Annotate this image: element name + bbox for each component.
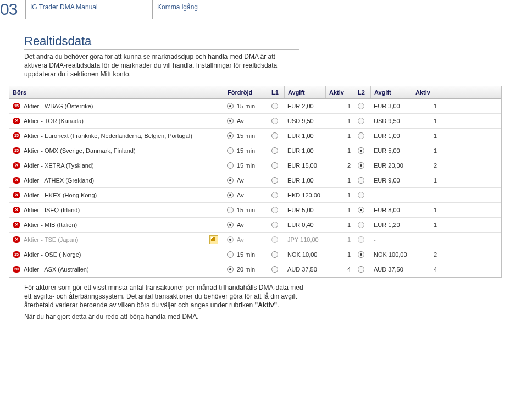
delay-radio[interactable] [227, 162, 234, 169]
table-header: Börs Fördröjd L1 Avgift Aktiv L2 Avgift … [9, 86, 501, 99]
delay-radio[interactable] [227, 192, 234, 198]
cell-fee2: EUR 1,20 [370, 218, 412, 232]
section-name: Komma igång [152, 0, 208, 19]
l1-radio[interactable] [271, 207, 278, 213]
delay-value: 15 min [237, 147, 255, 154]
delay-value: 15 min [237, 103, 255, 109]
cell-fee1: EUR 1,00 [284, 173, 325, 187]
table-row: ✕Aktier - XETRA (Tyskland)15 minEUR 15,0… [9, 158, 501, 173]
cell-fee1: EUR 2,00 [284, 99, 325, 113]
cell-l1 [268, 114, 284, 128]
l2-radio[interactable] [358, 177, 364, 184]
delay-radio[interactable] [227, 103, 234, 109]
cell-fee2: - [370, 188, 412, 202]
badge-off-icon: ✕ [13, 236, 20, 243]
delay-radio[interactable] [227, 236, 234, 243]
cell-aktiv2: 1 [412, 143, 440, 158]
col-delay: Fördröjd [224, 86, 268, 98]
cell-aktiv2: 1 [412, 218, 440, 232]
cell-delay: Av [224, 233, 268, 247]
l2-radio[interactable] [358, 103, 364, 109]
cell-l2 [354, 99, 370, 113]
cell-aktiv1: 1 [325, 203, 354, 217]
col-l2: L2 [354, 86, 370, 98]
delay-radio[interactable] [227, 222, 234, 228]
content: Realtidsdata Det andra du behöver göra f… [0, 19, 527, 320]
cell-fee1: EUR 1,00 [284, 143, 325, 158]
l1-radio[interactable] [271, 236, 278, 243]
l1-radio[interactable] [271, 162, 278, 169]
delay-radio[interactable] [227, 177, 234, 184]
section-title: Realtidsdata [24, 34, 299, 50]
delay-value: 15 min [237, 132, 255, 139]
cell-aktiv1: 1 [325, 233, 354, 247]
col-l1: L1 [268, 86, 284, 98]
badge-off-icon: ✕ [13, 222, 20, 228]
exchange-name: Aktier - TOR (Kanada) [24, 118, 84, 124]
l2-radio[interactable] [358, 251, 364, 258]
cell-delay: 15 min [224, 158, 268, 173]
l1-radio[interactable] [271, 118, 278, 124]
exchange-name: Aktier - ATHEX (Grekland) [24, 177, 94, 184]
cell-l2 [354, 247, 370, 262]
col-fee1: Avgift [284, 86, 325, 98]
cell-bors: ✕Aktier - ISEQ (Irland) [9, 203, 224, 217]
l2-radio[interactable] [358, 236, 364, 243]
cell-fee2: NOK 100,00 [370, 247, 412, 262]
l2-radio[interactable] [358, 192, 364, 198]
cell-l2 [354, 188, 370, 202]
cell-l2 [354, 143, 370, 158]
cell-bors: ✕Aktier - MIB (Italien) [9, 218, 224, 232]
l1-radio[interactable] [271, 192, 278, 198]
col-fee2: Avgift [370, 86, 412, 98]
exchange-name: Aktier - WBAG (Österrike) [24, 103, 93, 109]
delay-value: Av [237, 118, 244, 124]
l1-radio[interactable] [271, 222, 278, 228]
l1-radio[interactable] [271, 177, 278, 184]
delay-radio[interactable] [227, 118, 234, 124]
l2-radio[interactable] [358, 132, 364, 139]
aktiv-bold: "Aktiv" [255, 301, 278, 309]
badge-off-icon: ✕ [13, 162, 20, 169]
l2-radio[interactable] [358, 222, 364, 228]
cell-l1 [268, 218, 284, 232]
closing-note: När du har gjort detta är du redo att bö… [24, 313, 310, 320]
delay-radio[interactable] [227, 266, 234, 273]
l1-radio[interactable] [271, 251, 278, 258]
edit-icon[interactable] [209, 235, 218, 244]
delay-radio[interactable] [227, 147, 234, 154]
cell-aktiv2: 1 [412, 99, 440, 113]
delay-radio[interactable] [227, 207, 234, 213]
table-row: 20Aktier - ASX (Australien)20 minAUD 37,… [9, 262, 501, 277]
cell-aktiv1: 1 [325, 173, 354, 187]
l1-radio[interactable] [271, 147, 278, 154]
cell-delay: 15 min [224, 99, 268, 113]
col-bors: Börs [9, 86, 224, 98]
cell-fee1: AUD 37,50 [284, 262, 325, 277]
l2-radio[interactable] [358, 207, 364, 213]
delay-value: 15 min [237, 162, 255, 169]
cell-aktiv2: 1 [412, 114, 440, 128]
badge-delay-icon: 15 [13, 132, 20, 139]
l2-radio[interactable] [358, 162, 364, 169]
badge-off-icon: ✕ [13, 118, 20, 124]
l1-radio[interactable] [271, 266, 278, 273]
cell-aktiv1: 1 [325, 218, 354, 232]
l1-radio[interactable] [271, 103, 278, 109]
l2-radio[interactable] [358, 118, 364, 124]
l2-radio[interactable] [358, 266, 364, 273]
l2-radio[interactable] [358, 147, 364, 154]
exchange-name: Aktier - TSE (Japan) [24, 236, 78, 243]
delay-radio[interactable] [227, 132, 234, 139]
cell-fee2: EUR 8,00 [370, 203, 412, 217]
table-row: ✕Aktier - ISEQ (Irland)15 minEUR 5,001EU… [9, 203, 501, 218]
cell-bors: ✕Aktier - TOR (Kanada) [9, 114, 224, 128]
col-aktiv2: Aktiv [412, 86, 440, 98]
delay-radio[interactable] [227, 251, 234, 258]
cell-l2 [354, 114, 370, 128]
l1-radio[interactable] [271, 132, 278, 139]
exchange-name: Aktier - MIB (Italien) [24, 222, 77, 228]
cell-fee2: EUR 9,00 [370, 173, 412, 187]
cell-fee1: USD 9,50 [284, 114, 325, 128]
cell-aktiv2 [412, 233, 440, 247]
